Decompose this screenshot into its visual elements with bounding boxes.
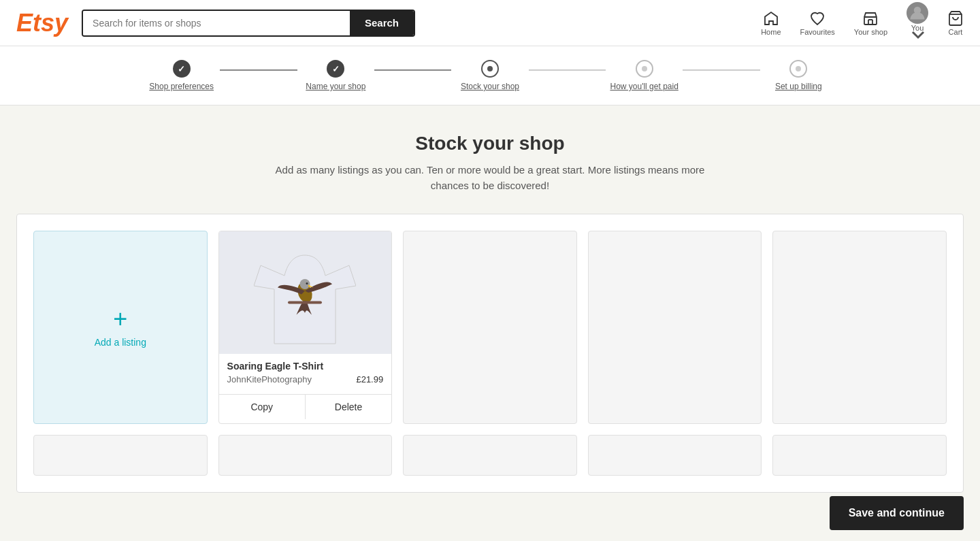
empty-card-3 — [403, 231, 577, 424]
step-circle-2: ✓ — [327, 60, 344, 78]
step-name-your-shop[interactable]: ✓ Name your shop — [297, 60, 374, 91]
nav-cart-label: Cart — [949, 28, 963, 36]
empty-card-r2-5 — [772, 435, 947, 476]
step-circle-1: ✓ — [173, 60, 191, 78]
save-continue-button[interactable]: Save and continue — [830, 496, 964, 530]
nav-icons: Home Favourites Your shop — [761, 2, 964, 44]
tshirt-eagle-image — [254, 238, 356, 347]
step-circle-3 — [481, 60, 499, 78]
add-listing-plus-icon: + — [113, 307, 127, 331]
step-label-4: How you'll get paid — [610, 82, 678, 91]
cart-icon — [947, 10, 964, 27]
avatar-icon — [906, 2, 928, 24]
nav-your-shop-label: Your shop — [854, 28, 887, 36]
step-shop-preferences[interactable]: ✓ Shop preferences — [143, 60, 220, 91]
empty-card-r2-3 — [403, 435, 577, 476]
step-dot-4 — [642, 66, 647, 71]
search-button[interactable]: Search — [350, 11, 414, 35]
svg-rect-0 — [864, 17, 877, 24]
listings-container: + Add a listing — [16, 214, 964, 493]
delete-button[interactable]: Delete — [306, 395, 391, 419]
listings-grid-row1: + Add a listing — [33, 231, 947, 424]
step-circle-5 — [789, 60, 807, 78]
nav-your-shop[interactable]: Your shop — [854, 10, 887, 36]
progress-section: ✓ Shop preferences ✓ Name your shop Stoc… — [0, 46, 980, 105]
nav-home-label: Home — [761, 28, 781, 36]
listing-info: Soaring Eagle T-Shirt JohnKitePhotograph… — [219, 354, 392, 389]
step-line-2 — [374, 69, 451, 71]
step-how-youll-get-paid[interactable]: How you'll get paid — [606, 60, 683, 91]
step-circle-4 — [636, 60, 653, 78]
step-line-3 — [529, 69, 606, 71]
step-label-2: Name your shop — [306, 82, 365, 91]
main-content: Stock your shop Add as many listings as … — [0, 105, 980, 541]
step-dot-5 — [796, 66, 801, 71]
copy-button[interactable]: Copy — [219, 395, 306, 419]
heart-icon — [809, 10, 826, 27]
shop-icon — [862, 10, 879, 27]
checkmark-1: ✓ — [178, 64, 185, 74]
step-line-1 — [220, 69, 297, 71]
etsy-logo[interactable]: Etsy — [16, 9, 68, 37]
step-stock-your-shop[interactable]: Stock your shop — [451, 60, 528, 91]
listing-actions: Copy Delete — [219, 394, 392, 419]
empty-card-5 — [772, 231, 947, 424]
listing-card-soaring-eagle: Soaring Eagle T-Shirt JohnKitePhotograph… — [218, 231, 393, 424]
chevron-down-icon — [910, 27, 926, 43]
listings-grid-row2 — [33, 435, 947, 476]
listing-name: Soaring Eagle T-Shirt — [227, 361, 384, 372]
search-bar: Search — [82, 10, 415, 37]
empty-card-r2-1 — [33, 435, 208, 476]
header: Etsy Search Home Favourites — [0, 0, 980, 46]
checkmark-2: ✓ — [332, 64, 340, 74]
step-label-5: Set up billing — [775, 82, 822, 91]
step-set-up-billing[interactable]: Set up billing — [760, 60, 837, 91]
empty-card-4 — [588, 231, 762, 424]
home-icon — [763, 10, 779, 27]
listing-meta: JohnKitePhotography £21.99 — [227, 374, 384, 384]
add-listing-label: Add a listing — [95, 337, 146, 348]
listing-price: £21.99 — [356, 374, 383, 384]
empty-card-r2-4 — [588, 435, 762, 476]
progress-track: ✓ Shop preferences ✓ Name your shop Stoc… — [116, 60, 864, 91]
empty-card-r2-2 — [218, 435, 393, 476]
step-label-1: Shop preferences — [149, 82, 214, 91]
step-line-4 — [683, 69, 760, 71]
nav-favourites[interactable]: Favourites — [800, 10, 835, 36]
add-listing-card[interactable]: + Add a listing — [33, 231, 208, 424]
svg-point-7 — [300, 279, 310, 289]
listing-shop: JohnKitePhotography — [227, 374, 312, 384]
page-subtitle: Add as many listings as you can. Ten or … — [272, 163, 708, 193]
listing-image — [219, 231, 392, 354]
nav-favourites-label: Favourites — [800, 28, 835, 36]
search-input[interactable] — [83, 11, 350, 35]
save-button-container: Save and continue — [813, 485, 980, 541]
nav-you[interactable]: You — [906, 2, 928, 44]
step-label-3: Stock your shop — [461, 82, 519, 91]
svg-point-8 — [306, 282, 308, 284]
step-dot-3 — [487, 66, 493, 71]
nav-cart[interactable]: Cart — [947, 10, 964, 36]
nav-home[interactable]: Home — [761, 10, 781, 36]
page-title: Stock your shop — [16, 133, 964, 154]
svg-rect-9 — [288, 301, 322, 304]
